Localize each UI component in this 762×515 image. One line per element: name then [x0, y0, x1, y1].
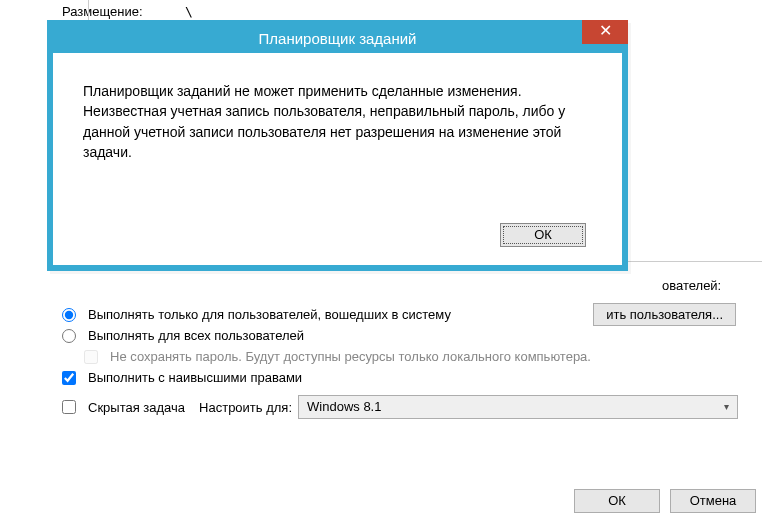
radio-run-all-users-label: Выполнять для всех пользователей: [88, 328, 304, 343]
chevron-down-icon: ▾: [724, 396, 729, 418]
radio-run-all-users-input[interactable]: [62, 329, 76, 343]
user-label-fragment: ователей:: [662, 278, 721, 293]
configure-for-select[interactable]: Windows 8.1 ▾: [298, 395, 738, 419]
checkbox-highest-privileges-input[interactable]: [62, 371, 76, 385]
change-user-button[interactable]: ить пользователя...: [593, 303, 736, 326]
radio-run-logged-in-input[interactable]: [62, 308, 76, 322]
checkbox-no-save-password-input: [84, 350, 98, 364]
checkbox-highest-privileges-label: Выполнить с наивысшими правами: [88, 370, 302, 385]
radio-run-logged-in-label: Выполнять только для пользователей, воше…: [88, 307, 451, 322]
configure-for-value: Windows 8.1: [307, 396, 381, 418]
error-dialog-body: Планировщик заданий не может применить с…: [53, 53, 622, 213]
main-cancel-button[interactable]: Отмена: [670, 489, 756, 513]
checkbox-hidden-task-input[interactable]: [62, 400, 76, 414]
change-user-button-label: ить пользователя...: [606, 307, 723, 322]
checkbox-highest-privileges[interactable]: Выполнить с наивысшими правами: [62, 370, 738, 385]
radio-run-all-users[interactable]: Выполнять для всех пользователей: [62, 328, 738, 343]
location-label: Размещение:: [62, 4, 177, 19]
configure-for-label: Настроить для:: [199, 400, 292, 415]
main-ok-button[interactable]: ОК: [574, 489, 660, 513]
error-dialog-ok-label: ОК: [534, 227, 552, 242]
checkbox-hidden-task[interactable]: Скрытая задача: [62, 400, 185, 415]
error-dialog-titlebar[interactable]: Планировщик заданий ✕: [53, 26, 622, 53]
dialog-footer-buttons: ОК Отмена: [574, 489, 756, 513]
checkbox-no-save-password-label: Не сохранять пароль. Будут доступны ресу…: [110, 349, 591, 364]
checkbox-no-save-password: Не сохранять пароль. Будут доступны ресу…: [84, 349, 738, 364]
close-button[interactable]: ✕: [582, 20, 628, 44]
location-value: \: [185, 4, 193, 19]
main-ok-button-label: ОК: [608, 493, 626, 508]
error-dialog-message: Планировщик заданий не может применить с…: [83, 83, 565, 160]
error-dialog-ok-button[interactable]: ОК: [500, 223, 586, 247]
error-dialog: Планировщик заданий ✕ Планировщик задани…: [47, 20, 628, 271]
error-dialog-title: Планировщик заданий: [259, 30, 417, 47]
checkbox-hidden-task-label: Скрытая задача: [88, 400, 185, 415]
main-cancel-button-label: Отмена: [690, 493, 737, 508]
close-icon: ✕: [599, 22, 612, 39]
